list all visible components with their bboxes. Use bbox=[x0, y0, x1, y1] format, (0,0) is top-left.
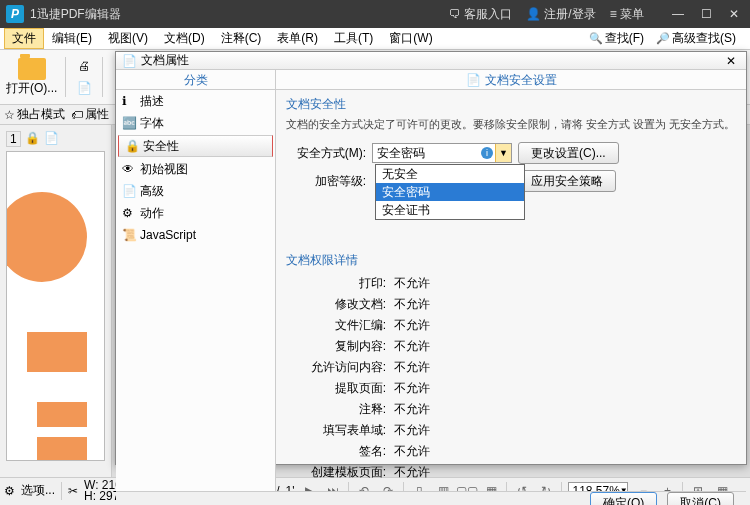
dd-password[interactable]: 安全密码 bbox=[376, 183, 524, 201]
menu-edit[interactable]: 编辑(E) bbox=[44, 28, 100, 49]
encryption-level-label: 加密等级: bbox=[286, 173, 366, 190]
perm-value: 不允许 bbox=[394, 275, 430, 292]
tag-icon: 🏷 bbox=[71, 108, 83, 122]
permission-row: 允许访问内容:不允许 bbox=[286, 359, 736, 376]
dialog-title: 文档属性 bbox=[141, 52, 189, 69]
doc-lock-icon: 📄 bbox=[466, 70, 481, 90]
permission-row: 填写表单域:不允许 bbox=[286, 422, 736, 439]
perm-label: 创建模板页面: bbox=[286, 464, 386, 481]
window-title: 1迅捷PDF编辑器 bbox=[30, 6, 449, 23]
cat-description[interactable]: ℹ描述 bbox=[116, 90, 275, 112]
perm-value: 不允许 bbox=[394, 443, 430, 460]
permission-row: 创建模板页面:不允许 bbox=[286, 464, 736, 481]
perm-value: 不允许 bbox=[394, 317, 430, 334]
perm-label: 提取页面: bbox=[286, 380, 386, 397]
apply-policy-button[interactable]: 应用安全策略 bbox=[518, 170, 616, 192]
category-header: 分类 bbox=[116, 70, 275, 90]
doc-icon: 📄 bbox=[122, 54, 137, 68]
perm-label: 文件汇编: bbox=[286, 317, 386, 334]
find-button[interactable]: 🔍查找(F) bbox=[585, 29, 648, 48]
lock-icon: 🔒 bbox=[125, 139, 139, 153]
security-method-label: 安全方式(M): bbox=[286, 145, 366, 162]
permission-row: 签名:不允许 bbox=[286, 443, 736, 460]
thumbnail-panel: 1 🔒 📄 bbox=[0, 125, 112, 477]
security-help-text: 文档的安全方式决定了可许可的更改。要移除安全限制，请将 安全方式 设置为 无安全… bbox=[286, 117, 736, 132]
folder-icon bbox=[18, 58, 46, 80]
permission-row: 提取页面:不允许 bbox=[286, 380, 736, 397]
menu-window[interactable]: 窗口(W) bbox=[381, 28, 440, 49]
gear-icon[interactable]: ⚙ bbox=[4, 484, 15, 498]
perm-value: 不允许 bbox=[394, 380, 430, 397]
perm-label: 签名: bbox=[286, 443, 386, 460]
maximize-button[interactable]: ☐ bbox=[696, 7, 716, 21]
category-panel: 分类 ℹ描述 🔤字体 🔒安全性 👁初始视图 📄高级 ⚙动作 📜JavaScrip… bbox=[116, 70, 276, 491]
cat-advanced[interactable]: 📄高级 bbox=[116, 180, 275, 202]
perm-label: 注释: bbox=[286, 401, 386, 418]
perm-value: 不允许 bbox=[394, 296, 430, 313]
binoculars-plus-icon: 🔎 bbox=[656, 32, 670, 45]
cat-initial-view[interactable]: 👁初始视图 bbox=[116, 158, 275, 180]
scan-icon[interactable]: 📄 bbox=[74, 78, 94, 98]
binoculars-icon: 🔍 bbox=[589, 32, 603, 45]
page-icon: 📄 bbox=[122, 184, 136, 198]
support-link[interactable]: 🗨 客服入口 bbox=[449, 6, 512, 23]
info-icon: ℹ bbox=[122, 94, 136, 108]
perm-value: 不允许 bbox=[394, 338, 430, 355]
group-security: 文档安全性 bbox=[286, 96, 736, 113]
document-properties-dialog: 📄 文档属性 ✕ 分类 ℹ描述 🔤字体 🔒安全性 👁初始视图 📄高级 ⚙动作 📜… bbox=[115, 51, 747, 465]
menu-forms[interactable]: 表单(R) bbox=[269, 28, 326, 49]
permission-row: 文件汇编:不允许 bbox=[286, 317, 736, 334]
change-settings-button[interactable]: 更改设置(C)... bbox=[518, 142, 619, 164]
security-method-dropdown: 无安全 安全密码 安全证书 bbox=[375, 164, 525, 220]
font-icon: 🔤 bbox=[122, 116, 136, 130]
menubar: 文件 编辑(E) 视图(V) 文档(D) 注释(C) 表单(R) 工具(T) 窗… bbox=[0, 28, 750, 50]
app-icon: P bbox=[6, 5, 24, 23]
page-num-badge: 1 bbox=[6, 131, 21, 147]
perm-label: 打印: bbox=[286, 275, 386, 292]
menu-document[interactable]: 文档(D) bbox=[156, 28, 213, 49]
cat-actions[interactable]: ⚙动作 bbox=[116, 202, 275, 224]
ok-button[interactable]: 确定(O) bbox=[590, 492, 657, 505]
script-icon: 📜 bbox=[122, 228, 136, 242]
permission-row: 注释:不允许 bbox=[286, 401, 736, 418]
permission-row: 复制内容:不允许 bbox=[286, 338, 736, 355]
menu-file[interactable]: 文件 bbox=[4, 28, 44, 49]
menu-comments[interactable]: 注释(C) bbox=[213, 28, 270, 49]
chevron-down-icon: ▼ bbox=[495, 144, 511, 162]
menu-link[interactable]: ≡ 菜单 bbox=[610, 6, 644, 23]
dialog-footer: 确定(O) 取消(C) bbox=[116, 491, 746, 505]
perm-label: 允许访问内容: bbox=[286, 359, 386, 376]
open-button[interactable]: 打开(O)... bbox=[6, 58, 57, 97]
menu-tools[interactable]: 工具(T) bbox=[326, 28, 381, 49]
advanced-find-button[interactable]: 🔎高级查找(S) bbox=[652, 29, 740, 48]
cancel-button[interactable]: 取消(C) bbox=[667, 492, 734, 505]
close-button[interactable]: ✕ bbox=[724, 7, 744, 21]
dialog-close-button[interactable]: ✕ bbox=[722, 54, 740, 68]
permission-row: 修改文档:不允许 bbox=[286, 296, 736, 313]
cat-javascript[interactable]: 📜JavaScript bbox=[116, 224, 275, 246]
dd-certificate[interactable]: 安全证书 bbox=[376, 201, 524, 219]
titlebar: P 1迅捷PDF编辑器 🗨 客服入口 👤 注册/登录 ≡ 菜单 — ☐ ✕ bbox=[0, 0, 750, 28]
perm-label: 复制内容: bbox=[286, 338, 386, 355]
thumbnail-page[interactable] bbox=[6, 151, 105, 461]
perm-value: 不允许 bbox=[394, 464, 430, 481]
gear-icon: ⚙ bbox=[122, 206, 136, 220]
cat-fonts[interactable]: 🔤字体 bbox=[116, 112, 275, 134]
perm-label: 修改文档: bbox=[286, 296, 386, 313]
perm-value: 不允许 bbox=[394, 401, 430, 418]
dd-no-security[interactable]: 无安全 bbox=[376, 165, 524, 183]
group-permissions: 文档权限详情 bbox=[286, 252, 736, 269]
info-badge-icon: i bbox=[481, 147, 493, 159]
login-link[interactable]: 👤 注册/登录 bbox=[526, 6, 596, 23]
minimize-button[interactable]: — bbox=[668, 7, 688, 21]
properties-tab[interactable]: 🏷属性 bbox=[71, 106, 109, 123]
security-method-select[interactable]: 安全密码 i ▼ bbox=[372, 143, 512, 163]
options-link[interactable]: 选项... bbox=[21, 482, 55, 499]
print-icon[interactable]: 🖨 bbox=[74, 56, 94, 76]
doc-small-icon: 📄 bbox=[44, 131, 59, 147]
lock-icon: 🔒 bbox=[25, 131, 40, 147]
exclusive-mode-tab[interactable]: ☆独占模式 bbox=[4, 106, 65, 123]
cat-security[interactable]: 🔒安全性 bbox=[118, 135, 273, 157]
menu-view[interactable]: 视图(V) bbox=[100, 28, 156, 49]
dialog-titlebar: 📄 文档属性 ✕ bbox=[116, 52, 746, 70]
